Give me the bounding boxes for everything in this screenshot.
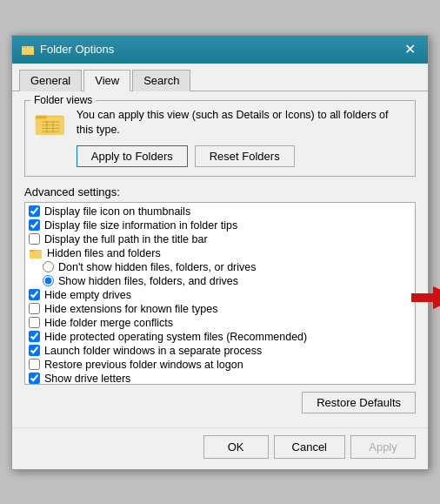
item-label: Show hidden files, folders, and drives xyxy=(58,275,238,287)
svg-rect-5 xyxy=(36,115,47,118)
ok-button[interactable]: OK xyxy=(203,435,269,459)
checkbox-launch-separate[interactable] xyxy=(29,345,40,356)
list-item: Show hidden files, folders, and drives xyxy=(25,274,415,288)
svg-rect-1 xyxy=(22,47,34,55)
list-item: Display the full path in the title bar xyxy=(25,232,415,246)
item-label: Show drive letters xyxy=(44,373,130,385)
folder-views-desc: You can apply this view (such as Details… xyxy=(77,108,406,138)
tab-general[interactable]: General xyxy=(19,70,82,91)
apply-to-folders-button[interactable]: Apply to Folders xyxy=(77,145,188,167)
folder-icon xyxy=(34,108,66,138)
list-item: Hide folder merge conflicts xyxy=(25,316,415,330)
list-item: Display file size information in folder … xyxy=(25,218,415,232)
radio-show[interactable] xyxy=(43,275,54,286)
folder-small-icon xyxy=(29,247,43,259)
title-bar: Folder Options ✕ xyxy=(12,36,428,64)
item-label: Hide extensions for known file types xyxy=(44,303,217,315)
folder-options-dialog: Folder Options ✕ General View Search Fol… xyxy=(11,35,429,470)
checkbox-display-size[interactable] xyxy=(29,219,40,231)
apply-button[interactable]: Apply xyxy=(350,435,416,459)
tab-bar: General View Search xyxy=(12,64,428,91)
restore-row: Restore Defaults xyxy=(24,392,416,413)
item-label: Hide empty drives xyxy=(44,289,131,301)
tab-search[interactable]: Search xyxy=(132,70,190,91)
svg-rect-4 xyxy=(36,117,64,134)
folder-options-icon xyxy=(21,43,35,57)
svg-rect-14 xyxy=(30,250,34,252)
advanced-settings-label: Advanced settings: xyxy=(24,185,416,198)
list-item: Display file icon on thumbnails xyxy=(25,205,415,218)
radio-dont-show[interactable] xyxy=(43,261,54,272)
list-item: Show drive letters xyxy=(25,372,415,385)
folder-views-label: Folder views xyxy=(30,94,96,106)
list-item: Don't show hidden files, folders, or dri… xyxy=(25,260,415,274)
item-label: Restore previous folder windows at logon xyxy=(44,359,243,371)
list-item: Hide empty drives xyxy=(25,288,415,302)
folder-views-inner: You can apply this view (such as Details… xyxy=(34,108,406,167)
checkbox-hide-empty[interactable] xyxy=(29,289,40,300)
svg-rect-2 xyxy=(22,46,27,48)
checkbox-show-drive-letters[interactable] xyxy=(29,373,40,384)
list-item-highlighted: Hide protected operating system files (R… xyxy=(25,330,415,344)
checkbox-hide-merge[interactable] xyxy=(29,317,40,328)
checkbox-hide-extensions[interactable] xyxy=(29,303,40,314)
item-label: Hide protected operating system files (R… xyxy=(44,331,307,343)
item-label: Launch folder windows in a separate proc… xyxy=(44,345,262,357)
checkbox-hide-protected[interactable] xyxy=(29,331,40,342)
folder-views-right: You can apply this view (such as Details… xyxy=(77,108,406,167)
item-label: Display file size information in folder … xyxy=(44,219,237,232)
item-label: Display the full path in the title bar xyxy=(44,233,208,245)
title-bar-title-area: Folder Options xyxy=(21,43,114,57)
list-item: Hide extensions for known file types xyxy=(25,302,415,316)
settings-container: Display file icon on thumbnails Display … xyxy=(24,202,416,385)
cancel-button[interactable]: Cancel xyxy=(274,435,345,459)
list-item: Launch folder windows in a separate proc… xyxy=(25,344,415,358)
dialog-title: Folder Options xyxy=(40,43,114,56)
footer: OK Cancel Apply xyxy=(12,427,428,469)
list-item: Restore previous folder windows at logon xyxy=(25,358,415,372)
svg-rect-13 xyxy=(30,251,42,259)
reset-folders-button[interactable]: Reset Folders xyxy=(195,145,295,167)
folder-views-group: Folder views You can apply this view (su… xyxy=(24,100,416,177)
close-button[interactable]: ✕ xyxy=(401,43,419,57)
tab-view[interactable]: View xyxy=(83,70,130,91)
folder-views-buttons: Apply to Folders Reset Folders xyxy=(77,145,406,167)
main-content: Folder views You can apply this view (su… xyxy=(12,91,428,427)
settings-list[interactable]: Display file icon on thumbnails Display … xyxy=(24,202,416,385)
item-label: Hidden files and folders xyxy=(47,247,161,259)
checkbox-full-path[interactable] xyxy=(29,233,40,245)
item-label: Don't show hidden files, folders, or dri… xyxy=(58,261,257,273)
item-label: Hide folder merge conflicts xyxy=(44,317,173,329)
checkbox-display-icon[interactable] xyxy=(29,205,40,217)
restore-defaults-button[interactable]: Restore Defaults xyxy=(302,392,416,413)
checkbox-restore-previous[interactable] xyxy=(29,359,40,370)
item-label: Display file icon on thumbnails xyxy=(44,205,190,218)
folder-category-item: Hidden files and folders xyxy=(25,246,415,260)
